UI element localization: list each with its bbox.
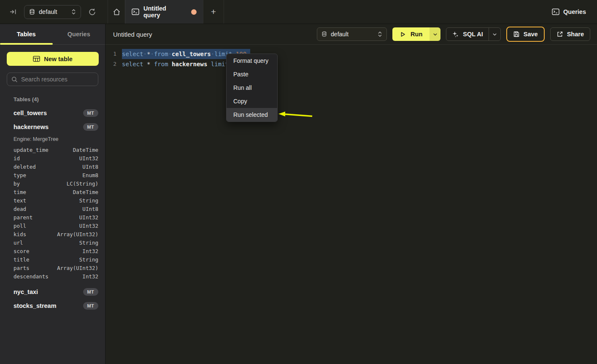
- column-type: Enum8: [82, 172, 98, 178]
- column-name: text: [14, 197, 26, 204]
- share-button[interactable]: Share: [550, 27, 590, 41]
- column-type: Int32: [82, 273, 98, 280]
- run-button-label: Run: [411, 31, 422, 38]
- sql-ai-options-button[interactable]: [489, 28, 500, 40]
- editor-context-menu: Format queryPasteRun allCopyRun selected: [226, 54, 278, 122]
- search-input[interactable]: [21, 76, 97, 83]
- column-row: pollUInt32: [0, 221, 105, 230]
- tables-list: cell_towersMThackernewsMTEngine: MergeTr…: [0, 106, 105, 313]
- columns-list: update_timeDateTimeidUInt32deletedUInt8t…: [0, 145, 105, 285]
- column-type: String: [79, 240, 98, 246]
- menu-item-copy[interactable]: Copy: [227, 94, 277, 108]
- new-table-button[interactable]: New table: [7, 52, 99, 66]
- column-type: UInt32: [79, 223, 98, 229]
- play-icon: [400, 31, 406, 38]
- engine-label: Engine: MergeTree: [0, 134, 105, 145]
- column-row: timeDateTime: [0, 188, 105, 196]
- floppy-icon: [513, 31, 520, 38]
- table-row[interactable]: nyc_taxiMT: [0, 285, 105, 299]
- sidebar-tab-tables[interactable]: Tables: [0, 24, 53, 44]
- search-icon: [11, 76, 18, 83]
- column-type: Int32: [82, 248, 98, 254]
- code-token-keyword: from: [154, 51, 168, 57]
- table-name: nyc_taxi: [14, 289, 38, 295]
- terminal-icon: [132, 8, 139, 15]
- sparkles-icon: [452, 31, 459, 38]
- database-selector[interactable]: default: [24, 5, 81, 19]
- column-row: textString: [0, 196, 105, 205]
- column-name: poll: [14, 223, 26, 229]
- chevron-updown-icon: [71, 8, 76, 15]
- code-token-keyword: select: [122, 61, 143, 67]
- database-selector[interactable]: default: [317, 27, 387, 41]
- tab-strip: Untitled query +: [108, 0, 224, 24]
- column-row: idUInt32: [0, 154, 105, 162]
- table-row[interactable]: cell_towersMT: [0, 106, 105, 120]
- code-token-space: ·: [143, 51, 147, 57]
- code-lines: 1select·*·from·cell_towers·limit·100·2se…: [105, 49, 597, 69]
- code-token-space: ·: [150, 51, 154, 57]
- column-name: title: [14, 256, 30, 263]
- column-type: String: [79, 197, 98, 204]
- menu-item-run-selected[interactable]: Run selected: [227, 108, 277, 121]
- database-selector-value: default: [39, 8, 57, 15]
- engine-badge: MT: [83, 109, 98, 117]
- column-type: DateTime: [73, 147, 98, 153]
- code-token-keyword: from: [154, 61, 168, 67]
- unsaved-changes-dot: [191, 9, 197, 15]
- menu-item-paste[interactable]: Paste: [227, 67, 277, 81]
- sidebar-tab-queries[interactable]: Queries: [53, 24, 105, 44]
- menu-item-format-query[interactable]: Format query: [227, 54, 277, 67]
- table-row[interactable]: hackernewsMT: [0, 120, 105, 134]
- run-button[interactable]: Run: [392, 27, 430, 41]
- home-tab[interactable]: [108, 0, 125, 24]
- chevron-down-icon: [492, 32, 497, 37]
- column-type: UInt8: [82, 206, 98, 212]
- column-name: type: [14, 172, 26, 178]
- code-text: select * from hackernews limit: [122, 59, 229, 69]
- sql-ai-label: SQL AI: [463, 31, 483, 38]
- database-icon: [321, 31, 327, 37]
- code-token-identifier: hackernews: [172, 61, 207, 67]
- refresh-icon[interactable]: [88, 8, 96, 16]
- table-name: hackernews: [14, 124, 49, 130]
- column-row: kidsArray(UInt32): [0, 230, 105, 238]
- column-name: descendants: [14, 273, 49, 280]
- save-button[interactable]: Save: [506, 27, 545, 42]
- database-selector-value: default: [331, 31, 348, 38]
- sql-editor[interactable]: 1select·*·from·cell_towers·limit·100·2se…: [105, 45, 597, 364]
- column-name: parent: [14, 214, 32, 221]
- column-type: UInt8: [82, 164, 98, 170]
- column-row: byLC(String): [0, 179, 105, 188]
- share-button-label: Share: [567, 31, 584, 38]
- column-name: time: [14, 189, 26, 195]
- column-name: id: [14, 155, 20, 162]
- tab-untitled-query[interactable]: Untitled query: [125, 0, 203, 24]
- run-options-button[interactable]: [430, 27, 440, 41]
- column-name: url: [14, 240, 23, 246]
- code-token-space: [168, 61, 172, 67]
- code-token-identifier: cell_towers: [172, 51, 211, 57]
- code-line: 1select·*·from·cell_towers·limit·100·: [105, 49, 597, 59]
- sidebar-tab-queries-label: Queries: [68, 31, 90, 38]
- table-icon: [33, 56, 40, 62]
- tables-section-header: Tables (4): [14, 96, 98, 102]
- table-row[interactable]: stocks_streamMT: [0, 299, 105, 313]
- menu-item-run-all[interactable]: Run all: [227, 81, 277, 94]
- column-row: scoreInt32: [0, 247, 105, 255]
- save-button-label: Save: [524, 31, 538, 38]
- column-name: kids: [14, 231, 26, 237]
- column-row: typeEnum8: [0, 171, 105, 179]
- code-line: 2select * from hackernews limit: [105, 59, 597, 69]
- queries-button[interactable]: Queries: [552, 0, 597, 24]
- queries-button-label: Queries: [563, 8, 586, 15]
- column-row: titleString: [0, 255, 105, 264]
- collapse-sidebar-icon[interactable]: [9, 8, 17, 15]
- column-type: String: [79, 256, 98, 263]
- new-table-label: New table: [44, 56, 73, 62]
- engine-badge: MT: [83, 288, 98, 296]
- table-name: cell_towers: [14, 110, 47, 116]
- new-tab-button[interactable]: +: [203, 0, 224, 24]
- sql-ai-button[interactable]: SQL AI: [446, 28, 489, 40]
- code-token-space: [143, 61, 147, 67]
